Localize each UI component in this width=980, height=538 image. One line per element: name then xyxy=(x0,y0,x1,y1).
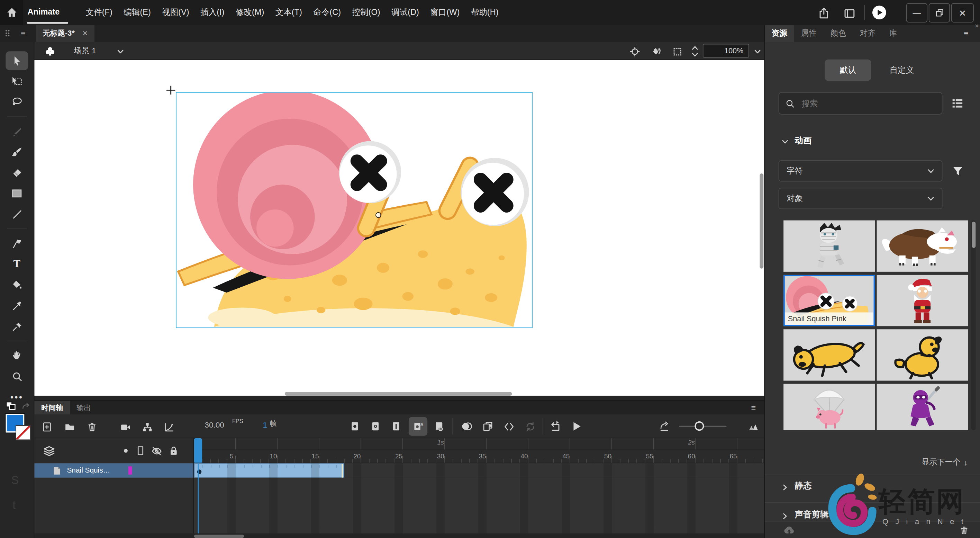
menu-item[interactable]: 命令(C) xyxy=(308,0,347,25)
timeline-menu-icon[interactable]: ≡ xyxy=(748,403,759,412)
camera-icon[interactable] xyxy=(119,421,132,433)
playhead[interactable] xyxy=(194,438,202,463)
zoom-chevron-down-icon[interactable] xyxy=(753,47,762,56)
timeline-zoom-fit-icon[interactable] xyxy=(745,420,759,432)
asset-tile-dog-running[interactable] xyxy=(783,329,875,380)
collapse-panel-icon[interactable]: » xyxy=(975,21,978,29)
remove-frame-icon[interactable] xyxy=(433,420,445,432)
loop-play-icon[interactable] xyxy=(549,420,563,432)
loop-icon[interactable] xyxy=(524,420,536,432)
stage[interactable] xyxy=(34,60,764,396)
reset-timeline-zoom-icon[interactable] xyxy=(658,420,670,432)
minimize-button[interactable]: — xyxy=(906,3,928,22)
stroke-color-swatch[interactable] xyxy=(16,425,30,440)
share-icon[interactable] xyxy=(815,5,832,21)
center-stage-icon[interactable] xyxy=(628,44,641,58)
selection-tool-icon[interactable] xyxy=(6,51,28,70)
tab-library[interactable]: 库 xyxy=(882,25,904,42)
animated-section-label[interactable]: 动画 xyxy=(795,135,812,147)
timeline-scrollbar-thumb[interactable] xyxy=(194,534,244,537)
play-icon[interactable] xyxy=(570,420,584,433)
menu-item[interactable]: 调试(D) xyxy=(386,0,425,25)
scene-chevron-down-icon[interactable] xyxy=(116,47,124,56)
clip-content-icon[interactable] xyxy=(670,44,684,58)
panel-menu-icon[interactable]: ≡ xyxy=(961,29,971,37)
pen-tool-icon[interactable] xyxy=(6,234,28,253)
document-tab[interactable]: 无标题-3* ✕ xyxy=(37,25,94,42)
stage-vertical-scrollbar[interactable] xyxy=(760,173,764,269)
fluid-brush-tool-icon[interactable] xyxy=(6,122,28,141)
delete-asset-icon[interactable] xyxy=(958,524,970,537)
selection-bounding-box[interactable] xyxy=(176,92,533,328)
menu-item[interactable]: 帮助(H) xyxy=(465,0,504,25)
asset-tile-werewolf[interactable] xyxy=(877,221,968,272)
zoom-level-field[interactable]: 100% xyxy=(703,44,749,58)
home-icon[interactable] xyxy=(0,0,23,25)
layer-parenting-icon[interactable] xyxy=(141,421,153,433)
layer-name[interactable]: Snail Squis… xyxy=(67,466,110,474)
outline-layer-icon[interactable] xyxy=(136,445,144,457)
asset-tile-santa[interactable] xyxy=(877,275,968,326)
search-input[interactable] xyxy=(800,98,928,109)
onion-skin-icon[interactable] xyxy=(460,420,474,432)
insert-frame-icon[interactable] xyxy=(390,420,402,432)
workspace-layout-icon[interactable] xyxy=(841,5,858,21)
tab-properties[interactable]: 属性 xyxy=(794,25,824,42)
paint-bucket-tool-icon[interactable] xyxy=(6,275,28,294)
layer-outline-color-swatch[interactable] xyxy=(128,466,132,474)
menu-item[interactable]: 窗口(W) xyxy=(425,0,465,25)
scene-name[interactable]: 场景 1 xyxy=(74,42,96,60)
rotate-stage-icon[interactable] xyxy=(649,44,663,58)
highlight-layer-dot-icon[interactable] xyxy=(124,449,128,453)
asset-tile-mummy[interactable] xyxy=(783,221,875,272)
tween-span[interactable] xyxy=(194,463,345,478)
eraser-tool-icon[interactable] xyxy=(6,163,28,182)
layer-frames-track[interactable] xyxy=(194,463,765,478)
subselection-tool-icon[interactable] xyxy=(6,72,28,91)
tab-assets[interactable]: 资源 xyxy=(765,25,794,42)
asset-warp-pin-tool-icon[interactable] xyxy=(6,317,28,336)
asset-tile-snail-selected[interactable]: Snail Squish Pink xyxy=(783,275,875,326)
menu-item[interactable]: 编辑(E) xyxy=(118,0,156,25)
blank-keyframe-icon[interactable] xyxy=(369,420,382,432)
line-tool-icon[interactable] xyxy=(6,205,28,223)
keyframe-icon[interactable] xyxy=(348,420,361,432)
filter-funnel-icon[interactable] xyxy=(950,163,965,178)
menu-item[interactable]: 视图(V) xyxy=(156,0,195,25)
tab-output[interactable]: 输出 xyxy=(70,401,98,414)
hide-layer-eye-icon[interactable] xyxy=(150,445,163,457)
search-box[interactable] xyxy=(779,92,943,115)
transform-point[interactable] xyxy=(375,212,381,218)
menu-item[interactable]: 修改(M) xyxy=(230,0,270,25)
cloud-upload-icon[interactable] xyxy=(783,524,796,536)
tab-close-icon[interactable]: ✕ xyxy=(82,29,88,38)
show-next-link[interactable]: 显示下一个 ↓ xyxy=(921,457,967,468)
lock-layer-icon[interactable] xyxy=(168,444,178,456)
frames-grid[interactable] xyxy=(194,478,765,533)
restore-button[interactable] xyxy=(929,3,950,22)
sound-section-chevron-icon[interactable] xyxy=(781,512,789,520)
menu-item[interactable]: 插入(I) xyxy=(195,0,230,25)
classic-brush-tool-icon[interactable] xyxy=(6,143,28,161)
filter-character-dropdown[interactable]: 字符 xyxy=(779,160,943,181)
default-colors-icon[interactable] xyxy=(5,401,17,412)
assets-scrollbar-thumb[interactable] xyxy=(972,221,975,248)
close-button[interactable]: ✕ xyxy=(951,3,974,22)
frame-ruler[interactable]: 1s2s 5101520253035404550556065 xyxy=(194,438,765,463)
frame-actions-icon[interactable] xyxy=(503,420,515,432)
layer-row[interactable]: Snail Squis… xyxy=(34,463,194,478)
tab-color[interactable]: 颜色 xyxy=(824,25,853,42)
eyedropper-tool-icon[interactable] xyxy=(6,296,28,315)
timeline-scrollbar-track[interactable] xyxy=(34,533,764,538)
asset-tile-pig-parachute[interactable] xyxy=(783,384,875,430)
graph-editor-icon[interactable] xyxy=(163,421,175,433)
text-tool-icon[interactable]: T xyxy=(6,255,28,274)
edit-multiple-frames-icon[interactable] xyxy=(481,420,494,432)
stage-horizontal-scrollbar[interactable] xyxy=(285,392,512,396)
test-movie-icon[interactable] xyxy=(871,5,887,21)
swap-colors-icon[interactable] xyxy=(20,401,32,412)
auto-keyframe-icon[interactable]: A xyxy=(409,417,427,436)
tabbar-menu-icon[interactable]: ≡ xyxy=(18,28,29,38)
tab-timeline[interactable]: 时间轴 xyxy=(34,401,70,414)
sound-section-label[interactable]: 声音剪辑 xyxy=(795,509,829,520)
